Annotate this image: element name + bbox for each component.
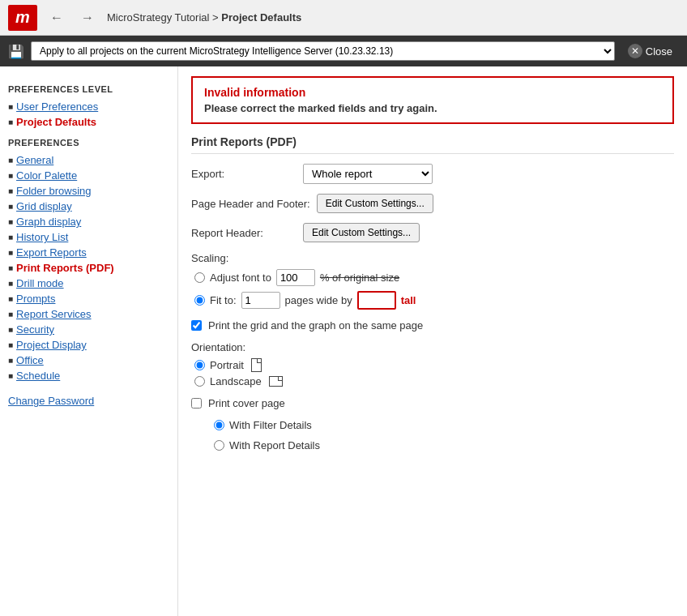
original-size-strikethrough: % of original size <box>320 272 399 284</box>
bullet-icon: ■ <box>8 371 13 380</box>
landscape-radio[interactable] <box>194 376 205 387</box>
close-label: Close <box>646 45 672 58</box>
scaling-section: Scaling: Adjust font to % of original si… <box>191 252 674 310</box>
report-header-label: Report Header: <box>191 227 297 239</box>
page-header-row: Page Header and Footer: Edit Custom Sett… <box>191 194 674 213</box>
breadcrumb-separator: > <box>212 11 221 24</box>
bullet-icon: ■ <box>8 202 13 211</box>
forward-button[interactable]: → <box>76 9 99 27</box>
sidebar-item-folder-browsing[interactable]: ■ Folder browsing <box>8 183 169 199</box>
print-cover-label: Print cover page <box>208 397 285 409</box>
scaling-label: Scaling: <box>191 252 674 264</box>
portrait-icon <box>251 358 262 372</box>
breadcrumb-current: Project Defaults <box>221 11 301 24</box>
page-header-label: Page Header and Footer: <box>191 198 310 210</box>
sidebar-item-export-reports[interactable]: ■ Export Reports <box>8 245 169 260</box>
print-reports-link[interactable]: Print Reports (PDF) <box>16 262 114 274</box>
history-list-link[interactable]: History List <box>16 231 68 243</box>
sidebar-item-prompts[interactable]: ■ Prompts <box>8 291 169 306</box>
export-label: Export: <box>191 168 297 180</box>
with-report-radio[interactable] <box>214 440 224 451</box>
save-icon: 💾 <box>8 44 24 59</box>
portrait-label: Portrait <box>210 359 244 371</box>
bullet-icon: ■ <box>8 118 13 126</box>
sidebar-item-project-defaults[interactable]: ■ Project Defaults <box>8 114 169 130</box>
bullet-icon: ■ <box>8 102 13 111</box>
adjust-font-label: Adjust font to <box>210 272 271 284</box>
section-title: Print Reports (PDF) <box>191 135 674 154</box>
portrait-row: Portrait <box>194 358 674 372</box>
bullet-icon: ■ <box>8 248 13 257</box>
page-header-edit-button[interactable]: Edit Custom Settings... <box>317 194 433 213</box>
color-palette-link[interactable]: Color Palette <box>16 169 77 182</box>
fit-to-pages-input[interactable] <box>241 292 280 309</box>
content-area: Invalid information Please correct the m… <box>178 66 687 616</box>
bullet-icon: ■ <box>8 217 13 226</box>
export-row: Export: Whole reportCurrent pageSelected… <box>191 164 674 184</box>
bullet-icon: ■ <box>8 310 13 319</box>
main-layout: PREFERENCES LEVEL ■ User Preferences ■ P… <box>0 66 687 616</box>
with-report-row: With Report Details <box>214 439 674 451</box>
landscape-icon <box>269 376 283 387</box>
bullet-icon: ■ <box>8 294 13 303</box>
apply-scope-select[interactable]: Apply to all projects on the current Mic… <box>31 41 615 61</box>
with-filter-row: With Filter Details <box>214 419 674 431</box>
sidebar-item-security[interactable]: ■ Security <box>8 322 169 337</box>
report-header-edit-button[interactable]: Edit Custom Settings... <box>303 223 420 242</box>
with-report-label: With Report Details <box>229 439 320 451</box>
project-defaults-link[interactable]: Project Defaults <box>16 116 96 128</box>
sidebar-item-general[interactable]: ■ General <box>8 152 169 168</box>
export-select[interactable]: Whole reportCurrent pageSelected pages <box>303 164 433 184</box>
sidebar-item-print-reports[interactable]: ■ Print Reports (PDF) <box>8 260 169 276</box>
user-preferences-link[interactable]: User Preferences <box>16 101 98 113</box>
bullet-icon: ■ <box>8 156 13 165</box>
orientation-section: Orientation: Portrait Landscape <box>191 341 674 387</box>
bullet-icon: ■ <box>8 171 13 180</box>
sidebar-item-graph-display[interactable]: ■ Graph display <box>8 214 169 229</box>
project-display-link[interactable]: Project Display <box>16 339 87 351</box>
schedule-link[interactable]: Schedule <box>16 370 60 382</box>
report-services-link[interactable]: Report Services <box>16 308 91 320</box>
fit-to-tall-input[interactable] <box>357 291 396 310</box>
sidebar-item-grid-display[interactable]: ■ Grid display <box>8 199 169 214</box>
bullet-icon: ■ <box>8 263 13 272</box>
folder-browsing-link[interactable]: Folder browsing <box>16 185 92 197</box>
adjust-font-input[interactable] <box>276 269 315 286</box>
back-button[interactable]: ← <box>45 9 68 27</box>
bullet-icon: ■ <box>8 340 13 349</box>
sidebar-item-color-palette[interactable]: ■ Color Palette <box>8 168 169 183</box>
portrait-radio[interactable] <box>194 360 205 370</box>
fit-to-label: Fit to: <box>210 294 237 306</box>
graph-display-link[interactable]: Graph display <box>16 216 81 228</box>
close-button[interactable]: ✕ Close <box>621 41 679 61</box>
with-filter-radio[interactable] <box>214 420 224 430</box>
error-title: Invalid information <box>204 86 661 99</box>
sidebar-item-history-list[interactable]: ■ History List <box>8 229 169 245</box>
prompts-link[interactable]: Prompts <box>16 293 55 305</box>
print-grid-row: Print the grid and the graph on the same… <box>191 319 674 332</box>
breadcrumb: MicroStrategy Tutorial > Project Default… <box>107 11 301 24</box>
sidebar-item-schedule[interactable]: ■ Schedule <box>8 368 169 383</box>
fit-to-radio[interactable] <box>194 295 205 306</box>
print-grid-checkbox[interactable] <box>191 320 202 331</box>
sidebar-item-project-display[interactable]: ■ Project Display <box>8 337 169 353</box>
sidebar-item-report-services[interactable]: ■ Report Services <box>8 306 169 322</box>
change-password-link[interactable]: Change Password <box>8 395 94 407</box>
print-cover-checkbox[interactable] <box>191 398 202 409</box>
sidebar-section-preferences-level: PREFERENCES LEVEL <box>8 84 169 94</box>
export-reports-link[interactable]: Export Reports <box>16 246 87 259</box>
sidebar-item-office[interactable]: ■ Office <box>8 353 169 368</box>
drill-mode-link[interactable]: Drill mode <box>16 277 64 289</box>
security-link[interactable]: Security <box>16 323 54 336</box>
adjust-font-row: Adjust font to % of original size <box>194 269 674 286</box>
app-logo: m <box>8 5 37 31</box>
office-link[interactable]: Office <box>16 354 44 366</box>
sidebar-item-drill-mode[interactable]: ■ Drill mode <box>8 276 169 291</box>
sidebar: PREFERENCES LEVEL ■ User Preferences ■ P… <box>0 66 178 616</box>
general-link[interactable]: General <box>16 154 53 166</box>
sidebar-item-user-preferences[interactable]: ■ User Preferences <box>8 99 169 114</box>
bullet-icon: ■ <box>8 325 13 334</box>
adjust-font-radio[interactable] <box>194 272 205 283</box>
with-filter-label: With Filter Details <box>229 419 312 431</box>
grid-display-link[interactable]: Grid display <box>16 200 72 212</box>
